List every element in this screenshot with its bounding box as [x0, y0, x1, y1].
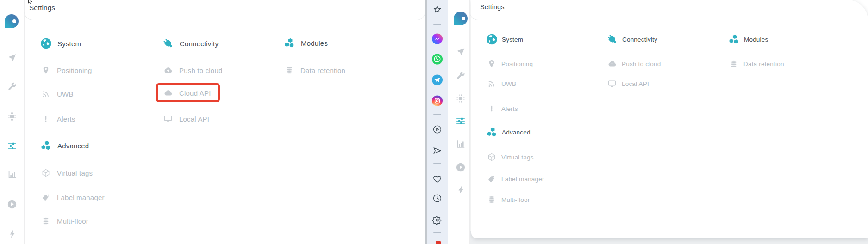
settings-item-local-api[interactable]: Local API	[606, 79, 649, 88]
app-logo[interactable]	[454, 12, 468, 25]
settings-item-local-api[interactable]: Local API	[162, 114, 209, 123]
settings-item-data-retention[interactable]: Data retention	[283, 66, 345, 75]
database-icon	[285, 66, 294, 75]
cubes-icon	[40, 140, 52, 152]
settings-item-alerts[interactable]: Alerts	[40, 114, 75, 123]
settings-item-push-to-cloud[interactable]: Push to cloud	[162, 66, 223, 75]
exclamation-icon	[487, 104, 496, 113]
bar-chart-icon[interactable]	[7, 170, 17, 180]
settings-item-advanced[interactable]: Advanced	[40, 140, 89, 152]
gear-icon[interactable]	[432, 215, 442, 225]
tag-icon	[487, 174, 496, 183]
globe-icon	[40, 37, 52, 50]
database-icon	[729, 59, 738, 68]
settings-item-label-manager[interactable]: Label manager	[486, 174, 544, 183]
cube-outline-icon	[487, 152, 496, 162]
cloud-upload-icon	[607, 59, 617, 68]
clock-icon[interactable]	[432, 194, 442, 203]
database-icon	[487, 195, 496, 204]
database-icon	[41, 216, 50, 226]
exclamation-icon	[41, 114, 50, 123]
navigation-icon[interactable]	[456, 47, 466, 57]
heart-icon[interactable]	[432, 174, 442, 184]
right-app-sidebar	[451, 0, 470, 244]
dock-divider	[433, 232, 441, 233]
settings-item-uwb[interactable]: UWB	[486, 79, 516, 88]
dock-divider	[433, 163, 441, 164]
whatsapp-icon[interactable]	[432, 54, 443, 65]
settings-item-label-manager[interactable]: Label manager	[40, 193, 105, 202]
tag-icon	[41, 193, 50, 202]
lightning-icon[interactable]	[7, 229, 18, 239]
settings-item-multi-floor[interactable]: Multi-floor	[486, 195, 530, 204]
cloud-upload-icon	[163, 66, 173, 75]
telegram-icon[interactable]	[432, 75, 443, 85]
notification-dot-icon[interactable]	[436, 241, 441, 244]
chip-icon[interactable]	[456, 93, 466, 104]
card-corner-arc	[417, 12, 425, 20]
globe-icon	[486, 33, 498, 46]
play-circle-icon[interactable]	[432, 125, 442, 134]
settings-item-modules[interactable]: Modules	[728, 33, 768, 46]
cubes-icon	[486, 126, 498, 139]
settings-item-push-to-cloud[interactable]: Push to cloud	[606, 59, 661, 68]
settings-item-connectivity[interactable]: Connectivity	[162, 37, 219, 50]
settings-item-multi-floor[interactable]: Multi-floor	[40, 216, 88, 226]
settings-item-positioning[interactable]: Positioning	[486, 59, 533, 68]
settings-item-data-retention[interactable]: Data retention	[728, 59, 784, 68]
wrench-icon[interactable]	[456, 70, 466, 80]
sliders-icon-active[interactable]	[456, 116, 466, 126]
map-pin-icon	[487, 59, 496, 68]
settings-item-positioning[interactable]: Positioning	[40, 66, 92, 75]
map-pin-icon	[41, 66, 50, 75]
dock-divider	[433, 24, 441, 25]
navigation-icon[interactable]	[7, 53, 17, 63]
plug-icon	[606, 33, 618, 46]
sliders-icon-active[interactable]	[7, 141, 17, 151]
settings-item-system[interactable]: System	[40, 37, 81, 50]
cube-outline-icon	[41, 168, 50, 177]
settings-item-connectivity[interactable]: Connectivity	[606, 33, 657, 46]
settings-item-virtual-tags[interactable]: Virtual tags	[486, 152, 534, 162]
play-icon[interactable]	[456, 162, 466, 172]
cubes-icon	[728, 33, 740, 46]
settings-item-system[interactable]: System	[486, 33, 523, 46]
favorites-star-icon[interactable]	[432, 5, 442, 15]
plug-icon	[162, 37, 175, 50]
card-corner-arc	[24, 12, 33, 20]
screenshot-root: Settings System Positioning UWB Alerts A…	[0, 0, 868, 244]
cloud-icon	[163, 88, 173, 98]
lightning-icon[interactable]	[456, 185, 466, 195]
messenger-icon[interactable]	[432, 34, 443, 44]
wrench-icon[interactable]	[7, 81, 17, 92]
left-app-sidebar	[0, 0, 25, 244]
settings-item-alerts[interactable]: Alerts	[486, 104, 518, 113]
chip-icon[interactable]	[7, 111, 17, 122]
bar-chart-icon[interactable]	[456, 139, 466, 149]
settings-item-virtual-tags[interactable]: Virtual tags	[40, 168, 93, 177]
send-icon[interactable]	[432, 146, 442, 156]
play-icon[interactable]	[7, 199, 17, 209]
cubes-icon	[283, 37, 296, 49]
app-logo[interactable]	[5, 14, 19, 28]
app-dock	[427, 0, 448, 244]
monitor-icon	[163, 114, 173, 123]
settings-item-modules[interactable]: Modules	[283, 37, 328, 49]
settings-item-advanced[interactable]: Advanced	[486, 126, 531, 139]
signal-icon	[41, 89, 50, 98]
settings-item-uwb[interactable]: UWB	[40, 89, 74, 98]
signal-icon	[487, 79, 496, 88]
settings-card	[471, 0, 868, 238]
dock-divider	[433, 114, 441, 115]
monitor-icon	[607, 79, 617, 88]
settings-item-cloud-api[interactable]: Cloud API	[162, 88, 211, 98]
page-title: Settings	[29, 4, 55, 12]
page-title: Settings	[480, 3, 504, 11]
instagram-icon[interactable]	[432, 96, 443, 106]
